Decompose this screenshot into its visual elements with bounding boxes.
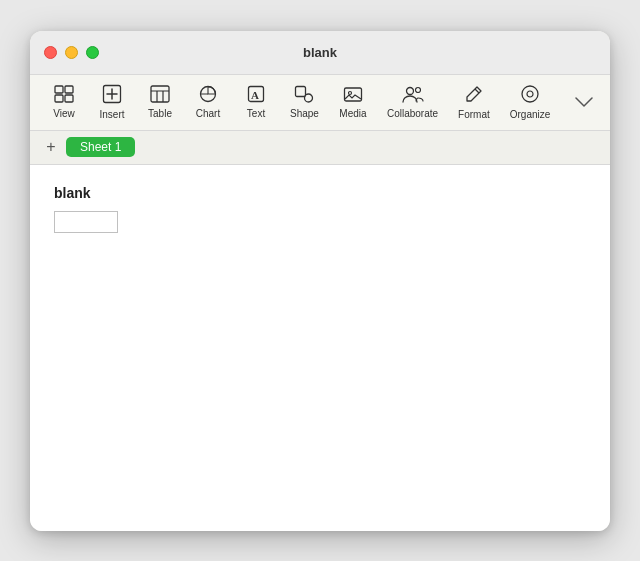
window-title: blank: [303, 45, 337, 60]
shape-label: Shape: [290, 108, 319, 119]
format-icon: [464, 84, 484, 107]
app-window: blank View: [30, 31, 610, 531]
toolbar-item-media[interactable]: Media: [331, 81, 375, 123]
svg-point-18: [348, 92, 351, 95]
svg-point-19: [406, 88, 413, 95]
sheet-document-title: blank: [54, 185, 586, 201]
media-label: Media: [339, 108, 366, 119]
cell-container: [54, 211, 118, 233]
svg-point-23: [527, 91, 533, 97]
title-bar: blank: [30, 31, 610, 75]
toolbar-item-text[interactable]: A Text: [234, 81, 278, 123]
toolbar-item-view[interactable]: View: [42, 81, 86, 123]
toolbar-item-format[interactable]: Format: [450, 80, 498, 124]
table-icon: [150, 85, 170, 106]
toolbar-item-insert[interactable]: Insert: [90, 80, 134, 124]
svg-rect-17: [344, 88, 361, 101]
svg-point-20: [415, 88, 420, 93]
traffic-lights: [44, 46, 99, 59]
chart-label: Chart: [196, 108, 220, 119]
insert-icon: [102, 84, 122, 107]
insert-label: Insert: [99, 109, 124, 120]
toolbar-more-button[interactable]: [570, 88, 598, 116]
toolbar-item-shape[interactable]: Shape: [282, 81, 327, 123]
toolbar-item-collaborate[interactable]: Collaborate: [379, 81, 446, 123]
close-button[interactable]: [44, 46, 57, 59]
svg-rect-1: [65, 86, 73, 93]
view-label: View: [53, 108, 75, 119]
svg-rect-7: [151, 86, 169, 102]
svg-line-21: [475, 89, 479, 93]
tab-bar: + Sheet 1: [30, 131, 610, 165]
shape-icon: [294, 85, 314, 106]
table-label: Table: [148, 108, 172, 119]
toolbar-item-organize[interactable]: Organize: [502, 80, 559, 124]
add-sheet-button[interactable]: +: [40, 136, 62, 158]
add-sheet-icon: +: [46, 138, 55, 156]
sheet-tab-label: Sheet 1: [80, 140, 121, 154]
collaborate-label: Collaborate: [387, 108, 438, 119]
toolbar: View Insert Tab: [30, 75, 610, 131]
text-label: Text: [247, 108, 265, 119]
svg-point-22: [522, 86, 538, 102]
svg-text:A: A: [251, 89, 259, 101]
toolbar-item-chart[interactable]: Chart: [186, 81, 230, 123]
sheet-tab-sheet1[interactable]: Sheet 1: [66, 137, 135, 157]
collaborate-icon: [402, 85, 424, 106]
main-content: blank: [30, 165, 610, 531]
format-label: Format: [458, 109, 490, 120]
svg-rect-3: [65, 95, 73, 102]
minimize-button[interactable]: [65, 46, 78, 59]
svg-point-16: [305, 94, 313, 102]
organize-label: Organize: [510, 109, 551, 120]
toolbar-item-table[interactable]: Table: [138, 81, 182, 123]
view-icon: [54, 85, 74, 106]
svg-rect-15: [296, 87, 306, 97]
organize-icon: [520, 84, 540, 107]
media-icon: [343, 85, 363, 106]
chart-icon: [198, 85, 218, 106]
maximize-button[interactable]: [86, 46, 99, 59]
svg-rect-2: [55, 95, 63, 102]
svg-rect-0: [55, 86, 63, 93]
spreadsheet-cell[interactable]: [54, 211, 118, 233]
text-icon: A: [247, 85, 265, 106]
